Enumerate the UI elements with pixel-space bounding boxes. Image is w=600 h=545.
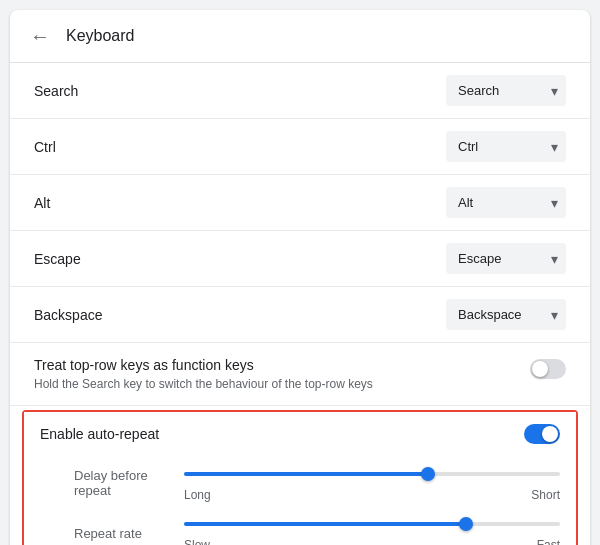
delay-thumb[interactable] xyxy=(421,467,435,481)
auto-repeat-section: Enable auto-repeat Delay before repeat xyxy=(22,410,578,545)
function-keys-title: Treat top-row keys as function keys xyxy=(34,357,373,373)
auto-repeat-label: Enable auto-repeat xyxy=(40,426,159,442)
delay-track-wrap xyxy=(184,464,560,484)
rate-row: Repeat rate Slow Fast xyxy=(24,506,576,545)
auto-repeat-toggle-wrap xyxy=(524,424,560,444)
backspace-select[interactable]: Backspace Search Ctrl Alt Escape Disable… xyxy=(446,299,566,330)
setting-row-escape: Escape Escape Search Ctrl Alt Backspace … xyxy=(10,231,590,287)
rate-thumb[interactable] xyxy=(459,517,473,531)
rate-left-label: Slow xyxy=(184,538,210,545)
function-keys-thumb xyxy=(532,361,548,377)
rate-slider-wrap: Slow Fast xyxy=(184,514,560,545)
alt-select-wrapper: Alt Search Ctrl Escape Backspace Disable… xyxy=(446,187,566,218)
setting-row-search: Search Search Ctrl Alt Escape Backspace … xyxy=(10,63,590,119)
escape-select-wrapper: Escape Search Ctrl Alt Backspace Disable… xyxy=(446,243,566,274)
search-select-wrapper: Search Ctrl Alt Escape Backspace Disable… xyxy=(446,75,566,106)
rate-end-labels: Slow Fast xyxy=(184,538,560,545)
delay-end-labels: Long Short xyxy=(184,488,560,502)
delay-row: Delay before repeat Long Short xyxy=(24,456,576,506)
rate-track-fill xyxy=(184,522,466,526)
backspace-label: Backspace xyxy=(34,307,102,323)
rate-track-bg xyxy=(184,522,560,526)
ctrl-label: Ctrl xyxy=(34,139,56,155)
search-select[interactable]: Search Ctrl Alt Escape Backspace Disable… xyxy=(446,75,566,106)
alt-select[interactable]: Alt Search Ctrl Escape Backspace Disable… xyxy=(446,187,566,218)
escape-label: Escape xyxy=(34,251,81,267)
function-keys-row: Treat top-row keys as function keys Hold… xyxy=(10,343,590,406)
auto-repeat-thumb xyxy=(542,426,558,442)
function-keys-text: Treat top-row keys as function keys Hold… xyxy=(34,357,373,391)
delay-label: Delay before repeat xyxy=(74,468,184,498)
rate-track-wrap xyxy=(184,514,560,534)
rate-label: Repeat rate xyxy=(74,526,184,541)
ctrl-select[interactable]: Ctrl Search Alt Escape Backspace Disable… xyxy=(446,131,566,162)
header: ← Keyboard xyxy=(10,10,590,63)
auto-repeat-header: Enable auto-repeat xyxy=(24,412,576,456)
function-keys-toggle[interactable] xyxy=(530,359,566,379)
alt-label: Alt xyxy=(34,195,50,211)
setting-row-ctrl: Ctrl Ctrl Search Alt Escape Backspace Di… xyxy=(10,119,590,175)
delay-left-label: Long xyxy=(184,488,211,502)
setting-row-backspace: Backspace Backspace Search Ctrl Alt Esca… xyxy=(10,287,590,343)
page-title: Keyboard xyxy=(66,27,135,45)
escape-select[interactable]: Escape Search Ctrl Alt Backspace Disable… xyxy=(446,243,566,274)
setting-row-alt: Alt Alt Search Ctrl Escape Backspace Dis… xyxy=(10,175,590,231)
backspace-select-wrapper: Backspace Search Ctrl Alt Escape Disable… xyxy=(446,299,566,330)
delay-track-bg xyxy=(184,472,560,476)
auto-repeat-toggle[interactable] xyxy=(524,424,560,444)
search-label: Search xyxy=(34,83,78,99)
delay-slider-wrap: Long Short xyxy=(184,464,560,502)
delay-right-label: Short xyxy=(531,488,560,502)
delay-track-fill xyxy=(184,472,428,476)
function-keys-subtitle: Hold the Search key to switch the behavi… xyxy=(34,377,373,391)
rate-right-label: Fast xyxy=(537,538,560,545)
ctrl-select-wrapper: Ctrl Search Alt Escape Backspace Disable… xyxy=(446,131,566,162)
settings-card: ← Keyboard Search Search Ctrl Alt Escape… xyxy=(10,10,590,545)
back-button[interactable]: ← xyxy=(30,26,50,46)
